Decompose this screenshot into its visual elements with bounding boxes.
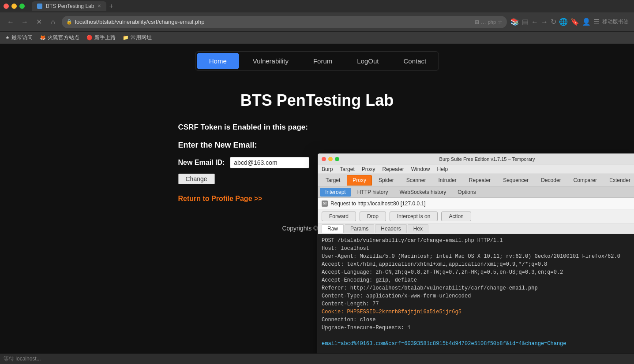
nav-home[interactable]: Home	[197, 53, 239, 69]
http-accept: Accept: text/html,application/xhtml+xml,…	[322, 260, 631, 268]
tab-close-button[interactable]: ✕	[98, 4, 101, 8]
email-input[interactable]	[230, 157, 309, 168]
close-button[interactable]: ✕	[34, 17, 44, 27]
drop-button[interactable]: Drop	[360, 212, 386, 221]
tab-spider[interactable]: Spider	[373, 175, 400, 186]
tab-sequencer[interactable]: Sequencer	[497, 175, 534, 186]
burp-menubar: Burp Target Proxy Repeater Window Help	[318, 164, 634, 174]
burp-maximize-light[interactable]	[335, 157, 339, 161]
burp-http-content[interactable]: POST /btalab/vulnerability/carf/change-e…	[318, 234, 634, 353]
burp-close-light[interactable]	[322, 157, 326, 161]
star-icon: ★	[5, 35, 10, 41]
bookmark-most-visited[interactable]: ★ 最常访问	[5, 34, 33, 41]
nav-contact[interactable]: Contact	[391, 53, 439, 69]
http-user-agent: User-Agent: Mozilla/5.0 (Macintosh; Inte…	[322, 253, 631, 260]
folder-icon: 📁	[123, 35, 129, 41]
tab-http-history[interactable]: HTTP history	[352, 188, 394, 197]
csrf-notice: CSRF Token is Enabled in this page:	[178, 123, 456, 132]
http-content-length: Content-Length: 77	[322, 300, 631, 308]
nav-vulnerability[interactable]: Vulnerability	[240, 53, 301, 69]
bookmark2-icon[interactable]: 🔖	[570, 18, 579, 26]
menu-repeater[interactable]: Repeater	[382, 166, 404, 172]
burp-proxy-tabs: Intercept HTTP history WebSockets histor…	[318, 186, 634, 198]
close-traffic-light[interactable]	[4, 4, 9, 9]
library-icon[interactable]: 📚	[510, 18, 519, 26]
tab-intercept[interactable]: Intercept	[320, 188, 351, 197]
tab-target[interactable]: Target	[320, 175, 346, 186]
hamburger-menu-icon[interactable]: ☰	[593, 18, 600, 26]
menu-burp[interactable]: Burp	[322, 166, 333, 172]
minimize-traffic-light[interactable]	[11, 4, 17, 9]
tab-proxy[interactable]: Proxy	[347, 175, 372, 186]
sidebar-icon[interactable]: ▤	[522, 18, 529, 26]
new-tab-button[interactable]: +	[109, 2, 113, 10]
csrf-param-line: email=abcd%40163.com&csrf=60393581c8915b…	[322, 340, 631, 348]
toolbar-right: 📚 ▤ ← → ↻ 🌐 🔖 👤 ☰ 移动版书签	[510, 18, 629, 26]
tab-extender[interactable]: Extender	[604, 175, 634, 186]
editor-tab-params[interactable]: Params	[345, 224, 374, 233]
http-host: Host: localhost	[322, 245, 631, 253]
forward-button[interactable]: →	[19, 17, 30, 27]
tab-options[interactable]: Options	[452, 188, 481, 197]
address-icons: ⊞ … php ☆	[475, 19, 503, 25]
active-tab[interactable]: BTS PenTesting Lab ✕	[32, 1, 106, 11]
editor-tab-hex[interactable]: Hex	[408, 224, 428, 233]
http-content-type: Content-Type: application/x-www-form-url…	[322, 292, 631, 300]
burp-titlebar: Burp Suite Free Edition v1.7.15 – Tempor…	[318, 154, 634, 164]
back-button[interactable]: ←	[5, 17, 16, 27]
sync-icon[interactable]: ↻	[551, 18, 556, 26]
http-upgrade-insecure: Upgrade-Insecure-Requests: 1	[322, 324, 631, 332]
bookmark-firefox[interactable]: 🦊 火狐官方站点	[40, 34, 79, 41]
change-button[interactable]: Change	[178, 174, 215, 184]
bookmark-common[interactable]: 📁 常用网址	[123, 34, 152, 41]
tab-intruder[interactable]: Intruder	[432, 175, 462, 186]
status-text: 等待 localhost...	[4, 355, 41, 363]
burp-traffic-lights	[322, 157, 339, 161]
tab-comparer[interactable]: Comparer	[568, 175, 603, 186]
action-button[interactable]: Action	[441, 212, 471, 221]
tab-decoder[interactable]: Decoder	[535, 175, 566, 186]
tab-scanner[interactable]: Scanner	[401, 175, 432, 186]
menu-proxy[interactable]: Proxy	[362, 166, 375, 172]
status-bar: 等待 localhost...	[0, 353, 634, 364]
intercept-toggle-button[interactable]: Intercept is on	[390, 212, 438, 221]
nav-logout[interactable]: LogOut	[345, 53, 391, 69]
titlebar: BTS PenTesting Lab ✕ +	[0, 0, 634, 12]
menu-icon[interactable]: …	[481, 19, 486, 25]
bookmark-star-icon[interactable]: ☆	[498, 19, 503, 25]
request-info: Request to http://localhost:80 [127.0.0.…	[330, 201, 425, 207]
url-display: localhost/btslab/vulnerability/csrf/chan…	[75, 19, 472, 25]
editor-tab-raw[interactable]: Raw	[322, 224, 344, 233]
menu-window[interactable]: Window	[411, 166, 430, 172]
tab-websockets-history[interactable]: WebSockets history	[394, 188, 452, 197]
http-connection: Connection: close	[322, 316, 631, 324]
form-title: Enter the New Email:	[178, 141, 456, 150]
return-link[interactable]: Return to Profile Page >>	[178, 195, 263, 202]
tab-bar: BTS PenTesting Lab ✕ +	[32, 1, 630, 11]
bookmark-label: 火狐官方站点	[48, 34, 79, 41]
arrow-right-icon[interactable]: →	[541, 18, 548, 26]
traffic-lights	[4, 4, 25, 9]
menu-help[interactable]: Help	[437, 166, 448, 172]
nav-forum[interactable]: Forum	[301, 53, 345, 69]
site-title: BTS PenTesting Lab	[178, 91, 456, 110]
tab-favicon	[37, 4, 42, 9]
http-accept-encoding: Accept-Encoding: gzip, deflate	[322, 276, 631, 284]
forward-button[interactable]: Forward	[322, 212, 356, 221]
globe-icon[interactable]: 🌐	[559, 18, 568, 26]
user-icon[interactable]: 👤	[582, 18, 591, 26]
tab-repeater[interactable]: Repeater	[463, 175, 496, 186]
bookmark-newbie[interactable]: 🔴 新手上路	[86, 34, 116, 41]
maximize-traffic-light[interactable]	[19, 4, 25, 9]
menu-target[interactable]: Target	[340, 166, 354, 172]
footer-text: Copyrights ©	[282, 225, 319, 232]
editor-tab-headers[interactable]: Headers	[375, 224, 406, 233]
burp-minimize-light[interactable]	[328, 157, 333, 161]
reader-icon[interactable]: ⊞	[475, 19, 479, 25]
browser-content: Home Vulnerability Forum LogOut Contact …	[0, 44, 634, 353]
arrow-left-icon[interactable]: ←	[531, 18, 538, 26]
browser-toolbar: ← → ✕ ⌂ 🔒 localhost/btslab/vulnerability…	[0, 12, 634, 32]
address-bar[interactable]: 🔒 localhost/btslab/vulnerability/csrf/ch…	[62, 16, 507, 28]
php-icon: php	[488, 19, 496, 25]
home-button[interactable]: ⌂	[48, 17, 58, 27]
